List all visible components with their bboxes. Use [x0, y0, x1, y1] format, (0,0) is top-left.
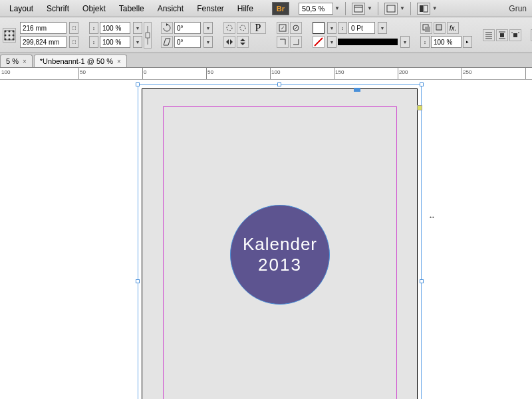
svg-rect-2	[387, 5, 395, 12]
ruler-label: 200	[399, 69, 408, 75]
stroke-weight-input[interactable]	[348, 22, 375, 34]
menu-layout[interactable]: Layout	[3, 1, 40, 16]
ruler-label: 50	[207, 69, 213, 75]
zoom-level-input[interactable]: 50,5 %	[299, 3, 333, 15]
resize-cursor-icon: ↔	[428, 213, 436, 221]
stepper-icon[interactable]: ↕	[338, 22, 347, 34]
svg-rect-0	[354, 5, 362, 12]
selection-handle[interactable]	[420, 279, 424, 283]
wrap-bbox-icon[interactable]	[496, 29, 508, 41]
ruler-label: 150	[335, 69, 344, 75]
selection-handle[interactable]	[136, 82, 140, 86]
menu-schrift[interactable]: Schrift	[40, 1, 76, 16]
opacity-input[interactable]	[431, 36, 462, 48]
fill-swatch[interactable]	[313, 22, 325, 34]
ruler-label: 100	[271, 69, 280, 75]
document-tab[interactable]: 5 % ×	[0, 55, 33, 67]
rotate-cw-icon[interactable]	[237, 22, 249, 34]
select-container-icon[interactable]	[277, 22, 289, 34]
horizontal-ruler[interactable]: 100 50 0 50 100 150 200 250	[0, 68, 532, 80]
select-next-icon[interactable]	[290, 36, 302, 48]
svg-rect-31	[513, 33, 517, 37]
menubar: Layout Schrift Objekt Tabelle Ansicht Fe…	[0, 0, 532, 17]
close-icon[interactable]: ×	[117, 58, 121, 65]
svg-rect-28	[500, 33, 504, 37]
stepper-icon[interactable]: ↕	[89, 22, 98, 34]
link-icon[interactable]: ⬚	[69, 36, 78, 48]
dropdown-icon[interactable]: ▼	[400, 5, 405, 11]
svg-rect-21	[425, 27, 430, 32]
stroke-style-preview[interactable]	[338, 39, 398, 45]
dropdown-icon[interactable]: ▼	[133, 22, 142, 34]
control-panel: ⬚ ⬚ ↕▼ ↕▼ ▼ ▼ P	[0, 17, 532, 53]
dropdown-icon[interactable]: ▼	[432, 5, 438, 11]
dropdown-icon[interactable]: ▼	[203, 36, 213, 48]
link-icon[interactable]: ⬚	[69, 22, 78, 34]
stepper-icon[interactable]: ↕	[89, 36, 98, 48]
svg-point-11	[13, 34, 15, 36]
menu-fenster[interactable]: Fenster	[190, 1, 231, 16]
separator	[378, 2, 378, 15]
flip-h-icon[interactable]	[223, 36, 235, 48]
selection-handle[interactable]	[136, 279, 140, 283]
document-tab[interactable]: *Unbenannt-1 @ 50 % ×	[34, 55, 127, 67]
select-prev-icon[interactable]	[277, 36, 289, 48]
stepper-icon[interactable]: ↕	[420, 36, 430, 48]
workspace-label[interactable]: Grun	[509, 4, 529, 13]
anchor-handle[interactable]	[417, 105, 422, 110]
ruler-label: 100	[1, 69, 10, 75]
flip-v-icon[interactable]	[237, 36, 249, 48]
rotate-ccw-icon[interactable]	[223, 22, 235, 34]
svg-point-15	[227, 25, 232, 31]
svg-rect-4	[424, 5, 428, 12]
dropdown-icon[interactable]: ▼	[327, 36, 336, 48]
document-tabs: 5 % × *Unbenannt-1 @ 50 % ×	[0, 53, 532, 68]
dropdown-icon[interactable]: ▼	[203, 22, 213, 34]
fx-icon[interactable]: fx.	[447, 22, 459, 34]
constrain-icon[interactable]	[144, 22, 152, 49]
ruler-label: 0	[144, 69, 146, 75]
view-mode-icon[interactable]	[352, 3, 365, 15]
menu-tabelle[interactable]: Tabelle	[112, 1, 151, 16]
effects-icon[interactable]	[420, 22, 432, 34]
arrange-icon[interactable]	[417, 3, 430, 15]
scale-x-input[interactable]	[100, 22, 130, 34]
svg-line-19	[315, 38, 323, 46]
rotate-icon	[161, 22, 173, 34]
selection-handle[interactable]	[277, 82, 281, 86]
none-swatch[interactable]	[313, 36, 325, 48]
menu-ansicht[interactable]: Ansicht	[151, 1, 190, 16]
y-position-input[interactable]	[20, 36, 66, 48]
wrap-none-icon[interactable]	[483, 29, 495, 41]
screen-mode-icon[interactable]	[384, 3, 398, 15]
ruler-label: 250	[463, 69, 471, 75]
select-content-icon[interactable]	[290, 22, 302, 34]
scale-y-input[interactable]	[100, 36, 130, 48]
selection-handle[interactable]	[354, 88, 360, 92]
dropdown-icon[interactable]: ▼	[327, 22, 336, 34]
shear-input[interactable]	[174, 36, 201, 48]
zoom-dropdown-icon[interactable]: ▼	[334, 5, 340, 11]
rotation-input[interactable]	[174, 22, 201, 34]
bridge-button[interactable]: Br	[272, 2, 289, 15]
dropdown-icon[interactable]: ▼	[400, 36, 410, 48]
text-cursor-icon[interactable]: P	[250, 22, 266, 34]
tab-label: *Unbenannt-1 @ 50 %	[40, 57, 113, 65]
drop-shadow-icon[interactable]	[434, 22, 446, 34]
menu-hilfe[interactable]: Hilfe	[231, 1, 260, 16]
x-position-input[interactable]	[20, 22, 66, 34]
selection-handle[interactable]	[420, 82, 424, 86]
dropdown-icon[interactable]: ▼	[133, 36, 142, 48]
svg-point-7	[9, 30, 11, 32]
dropdown-icon[interactable]: ▼	[367, 5, 372, 11]
canvas[interactable]: Kalender 2013 ↔	[0, 80, 532, 399]
close-icon[interactable]: ×	[23, 58, 27, 65]
svg-point-12	[5, 38, 7, 40]
wrap-shape-icon[interactable]	[509, 29, 521, 41]
dropdown-icon[interactable]: ▼	[378, 22, 387, 34]
svg-point-14	[13, 38, 15, 40]
calendar-circle[interactable]: Kalender 2013	[230, 205, 330, 305]
reference-point-icon[interactable]	[3, 28, 16, 43]
menu-objekt[interactable]: Objekt	[76, 1, 112, 16]
dropdown-icon[interactable]: ▸	[463, 36, 472, 48]
